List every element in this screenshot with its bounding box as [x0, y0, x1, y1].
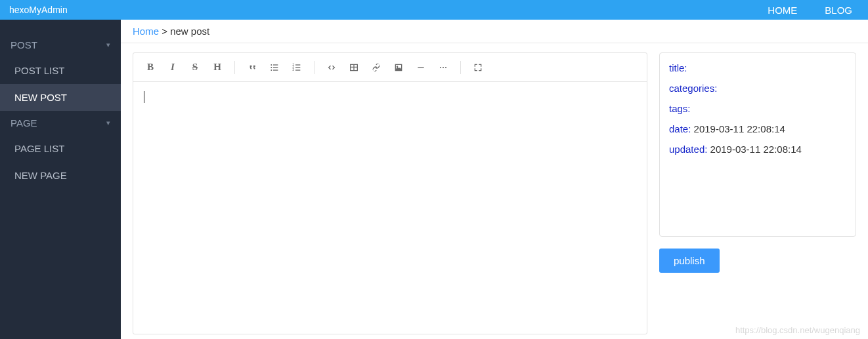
table-icon [349, 62, 359, 73]
topbar: hexoMyAdmin HOME BLOG [0, 0, 868, 20]
code-button[interactable] [322, 58, 341, 77]
meta-title-label: title: [669, 62, 687, 73]
sidebar-group-label: PAGE [11, 117, 37, 129]
link-icon [371, 62, 381, 73]
shell: POST ▾ POST LIST NEW POST PAGE ▾ PAGE LI… [0, 20, 868, 339]
sidebar-item-new-post[interactable]: NEW POST [0, 84, 121, 111]
sidebar-group-post[interactable]: POST ▾ [0, 33, 121, 57]
breadcrumb-home[interactable]: Home [133, 26, 159, 37]
bold-button[interactable]: B [141, 58, 160, 77]
meta-categories: categories: [669, 83, 846, 94]
svg-rect-10 [295, 67, 300, 68]
svg-text:3: 3 [292, 68, 294, 71]
sidebar-item-post-list[interactable]: POST LIST [0, 57, 121, 84]
strike-glyph: S [192, 62, 198, 73]
svg-point-14 [443, 66, 444, 68]
svg-rect-12 [418, 67, 423, 68]
toolbar-separator [460, 61, 461, 74]
editor-textarea[interactable] [133, 82, 647, 334]
meta-updated-value: 2019-03-11 22:08:14 [707, 144, 801, 155]
meta-tags: tags: [669, 103, 846, 114]
app-brand: hexoMyAdmin [9, 5, 68, 15]
expand-icon [473, 62, 483, 73]
svg-rect-11 [295, 70, 300, 70]
ul-button[interactable] [265, 58, 284, 77]
meta-updated: updated: 2019-03-11 22:08:14 [669, 144, 846, 155]
image-icon [393, 62, 404, 73]
meta-tags-label: tags: [669, 103, 691, 114]
meta-updated-label: updated: [669, 144, 707, 155]
list-ul-icon [269, 62, 280, 73]
fullscreen-button[interactable] [469, 58, 487, 77]
content: B I S H 123 [121, 43, 868, 339]
meta-title: title: [669, 62, 846, 73]
sidebar-item-new-page[interactable]: NEW PAGE [0, 162, 121, 189]
svg-point-15 [445, 66, 446, 68]
editor-card: B I S H 123 [133, 52, 647, 334]
bold-glyph: B [147, 62, 154, 73]
meta-card: title: categories: tags: date: 2019-03-1… [659, 52, 856, 237]
sidebar-item-page-list[interactable]: PAGE LIST [0, 135, 121, 162]
main: Home > new post B I S H 123 [121, 20, 868, 339]
table-button[interactable] [345, 58, 363, 77]
svg-rect-9 [295, 64, 300, 65]
meta-date: date: 2019-03-11 22:08:14 [669, 123, 846, 134]
sidebar: POST ▾ POST LIST NEW POST PAGE ▾ PAGE LI… [0, 20, 121, 339]
svg-rect-4 [273, 67, 278, 68]
chevron-down-icon: ▾ [106, 41, 110, 49]
meta-date-label: date: [669, 123, 691, 134]
svg-point-1 [271, 67, 272, 68]
strike-button[interactable]: S [186, 58, 204, 77]
sidebar-group-page[interactable]: PAGE ▾ [0, 111, 121, 135]
svg-rect-3 [273, 64, 278, 65]
side-panel: title: categories: tags: date: 2019-03-1… [659, 52, 856, 334]
list-ol-icon: 123 [292, 62, 302, 73]
sidebar-group-label: POST [11, 39, 37, 50]
svg-point-0 [271, 64, 272, 66]
image-button[interactable] [389, 58, 408, 77]
publish-button[interactable]: publish [659, 249, 720, 273]
topnav: HOME BLOG [768, 5, 859, 16]
heading-glyph: H [213, 62, 221, 73]
quote-button[interactable] [243, 58, 261, 77]
italic-button[interactable]: I [163, 58, 182, 77]
text-cursor [144, 91, 144, 103]
nav-home[interactable]: HOME [768, 5, 797, 16]
hr-button[interactable] [412, 58, 430, 77]
more-button[interactable] [434, 58, 452, 77]
ol-button[interactable]: 123 [288, 58, 306, 77]
link-button[interactable] [367, 58, 385, 77]
breadcrumb: Home > new post [121, 20, 868, 43]
code-icon [326, 62, 337, 73]
toolbar-separator [234, 61, 235, 74]
svg-rect-5 [273, 70, 278, 70]
meta-categories-label: categories: [669, 83, 717, 94]
editor-toolbar: B I S H 123 [133, 53, 647, 82]
quote-icon [247, 62, 257, 73]
svg-point-2 [271, 70, 272, 71]
ellipsis-icon [438, 62, 448, 73]
nav-blog[interactable]: BLOG [825, 5, 852, 16]
minus-icon [416, 62, 426, 73]
toolbar-separator [314, 61, 315, 74]
meta-date-value: 2019-03-11 22:08:14 [691, 123, 785, 134]
chevron-down-icon: ▾ [106, 119, 110, 127]
breadcrumb-current: new post [170, 26, 209, 37]
breadcrumb-sep: > [159, 26, 170, 37]
svg-point-13 [440, 66, 441, 68]
heading-button[interactable]: H [208, 58, 227, 77]
italic-glyph: I [171, 62, 175, 73]
